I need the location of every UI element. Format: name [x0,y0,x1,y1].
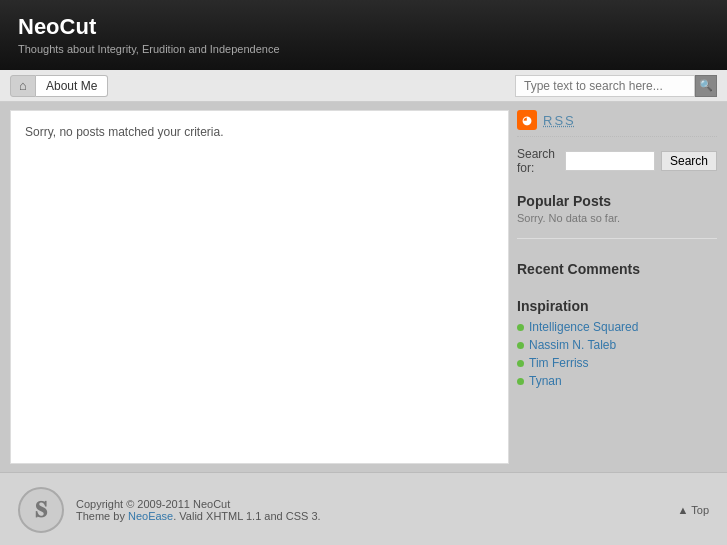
search-widget: Search for: Search [517,147,717,175]
search-for-row: Search for: Search [517,147,717,175]
list-item[interactable]: Tynan [517,372,717,390]
inspiration-link[interactable]: Tim Ferriss [529,356,589,370]
rss-link[interactable]: RSS [543,113,576,128]
recent-comments-widget: Recent Comments [517,253,717,280]
list-item[interactable]: Intelligence Squared [517,318,717,336]
search-for-label: Search for: [517,147,559,175]
valid-text: . Valid XHTML 1.1 and CSS 3. [173,510,320,522]
main-content-wrap: Sorry, no posts matched your criteria. ◕… [0,102,727,472]
nav-left: ⌂ About Me [10,75,108,97]
inspiration-widget: Inspiration Intelligence Squared Nassim … [517,290,717,390]
content-area: Sorry, no posts matched your criteria. [10,110,509,464]
site-title: NeoCut [18,14,709,40]
home-icon: ⌂ [19,78,27,93]
no-posts-message: Sorry, no posts matched your criteria. [25,121,494,143]
divider [517,238,717,239]
site-header: NeoCut Thoughts about Integrity, Eruditi… [0,0,727,70]
footer: 𝐒 Copyright © 2009-2011 NeoCut Theme by … [0,472,727,545]
bullet-icon [517,324,524,331]
popular-posts-subtext: Sorry. No data so far. [517,212,717,224]
copyright-text: Copyright © 2009-2011 NeoCut [76,498,230,510]
recent-comments-heading: Recent Comments [517,261,717,277]
footer-logo: 𝐒 [18,487,64,533]
bullet-icon [517,342,524,349]
rss-row: ◕ RSS [517,110,717,137]
bullet-icon [517,378,524,385]
sidebar: ◕ RSS Search for: Search Popular Posts S… [517,110,717,464]
list-item[interactable]: Tim Ferriss [517,354,717,372]
nav-search-button[interactable]: 🔍 [695,75,717,97]
inspiration-list: Intelligence Squared Nassim N. Taleb Tim… [517,318,717,390]
inspiration-link[interactable]: Tynan [529,374,562,388]
home-button[interactable]: ⌂ [10,75,36,97]
footer-left: 𝐒 Copyright © 2009-2011 NeoCut Theme by … [18,487,321,533]
inspiration-heading: Inspiration [517,298,717,314]
inspiration-link[interactable]: Intelligence Squared [529,320,638,334]
rss-icon: ◕ [517,110,537,130]
popular-posts-heading: Popular Posts [517,193,717,209]
site-tagline: Thoughts about Integrity, Erudition and … [18,43,709,55]
navbar: ⌂ About Me 🔍 [0,70,727,102]
footer-text: Copyright © 2009-2011 NeoCut Theme by Ne… [76,498,321,522]
popular-posts-widget: Popular Posts Sorry. No data so far. [517,185,717,224]
bullet-icon [517,360,524,367]
search-for-button[interactable]: Search [661,151,717,171]
search-icon: 🔍 [699,79,713,92]
list-item[interactable]: Nassim N. Taleb [517,336,717,354]
about-me-button[interactable]: About Me [36,75,108,97]
theme-link[interactable]: NeoEase [128,510,173,522]
rss-widget: ◕ RSS [517,110,717,137]
theme-text: Theme by [76,510,128,522]
inspiration-link[interactable]: Nassim N. Taleb [529,338,616,352]
nav-search-wrap: 🔍 [515,75,717,97]
search-for-input[interactable] [565,151,655,171]
top-link[interactable]: ▲ Top [678,504,709,516]
nav-search-input[interactable] [515,75,695,97]
